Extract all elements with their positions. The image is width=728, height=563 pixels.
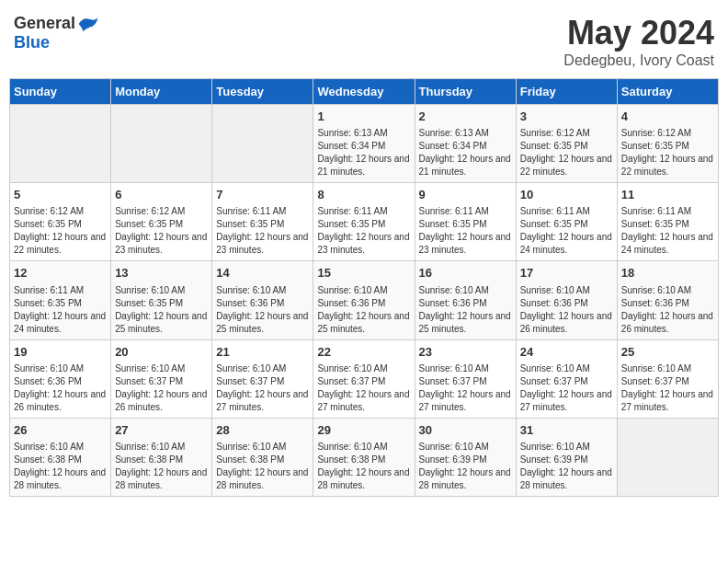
day-number: 4 (621, 109, 714, 125)
table-row: 3Sunrise: 6:12 AMSunset: 6:35 PMDaylight… (516, 105, 617, 183)
day-info: Sunrise: 6:10 AMSunset: 6:37 PMDaylight:… (621, 362, 714, 414)
table-row: 19Sunrise: 6:10 AMSunset: 6:36 PMDayligh… (10, 339, 111, 418)
header-sunday: Sunday (10, 79, 111, 105)
table-row: 9Sunrise: 6:11 AMSunset: 6:35 PMDaylight… (415, 183, 516, 261)
day-info: Sunrise: 6:10 AMSunset: 6:36 PMDaylight:… (216, 284, 309, 336)
table-row: 17Sunrise: 6:10 AMSunset: 6:36 PMDayligh… (516, 261, 617, 339)
table-row: 31Sunrise: 6:10 AMSunset: 6:39 PMDayligh… (516, 418, 617, 496)
day-number: 24 (520, 344, 613, 361)
day-number: 16 (419, 265, 512, 282)
logo-blue-text: Blue (14, 33, 50, 52)
day-number: 26 (14, 422, 107, 439)
day-info: Sunrise: 6:10 AMSunset: 6:36 PMDaylight:… (14, 362, 107, 414)
day-info: Sunrise: 6:10 AMSunset: 6:36 PMDaylight:… (520, 284, 613, 336)
calendar-week-2: 5Sunrise: 6:12 AMSunset: 6:35 PMDaylight… (10, 183, 719, 261)
table-row: 27Sunrise: 6:10 AMSunset: 6:38 PMDayligh… (111, 418, 212, 496)
calendar-week-5: 26Sunrise: 6:10 AMSunset: 6:38 PMDayligh… (10, 418, 719, 496)
day-number: 1 (317, 109, 410, 125)
day-info: Sunrise: 6:10 AMSunset: 6:36 PMDaylight:… (317, 284, 410, 336)
table-row: 28Sunrise: 6:10 AMSunset: 6:38 PMDayligh… (212, 418, 313, 496)
logo-general-text: General (14, 14, 75, 33)
day-info: Sunrise: 6:11 AMSunset: 6:35 PMDaylight:… (520, 205, 613, 257)
table-row: 2Sunrise: 6:13 AMSunset: 6:34 PMDaylight… (415, 105, 516, 183)
day-info: Sunrise: 6:11 AMSunset: 6:35 PMDaylight:… (14, 284, 107, 336)
day-number: 30 (419, 422, 512, 439)
table-row: 4Sunrise: 6:12 AMSunset: 6:35 PMDaylight… (617, 105, 718, 183)
day-info: Sunrise: 6:12 AMSunset: 6:35 PMDaylight:… (14, 205, 107, 257)
logo-bird-icon (77, 15, 99, 33)
header-wednesday: Wednesday (313, 79, 415, 105)
day-info: Sunrise: 6:10 AMSunset: 6:39 PMDaylight:… (520, 441, 613, 492)
table-row: 20Sunrise: 6:10 AMSunset: 6:37 PMDayligh… (111, 339, 212, 418)
day-info: Sunrise: 6:10 AMSunset: 6:37 PMDaylight:… (216, 362, 309, 414)
table-row: 6Sunrise: 6:12 AMSunset: 6:35 PMDaylight… (111, 183, 212, 261)
calendar-title: May 2024 (563, 14, 714, 52)
calendar-week-4: 19Sunrise: 6:10 AMSunset: 6:36 PMDayligh… (10, 339, 719, 418)
day-number: 2 (419, 109, 512, 125)
header-saturday: Saturday (617, 79, 718, 105)
day-info: Sunrise: 6:11 AMSunset: 6:35 PMDaylight:… (317, 205, 410, 257)
location-subtitle: Dedegbeu, Ivory Coast (563, 52, 714, 69)
table-row: 15Sunrise: 6:10 AMSunset: 6:36 PMDayligh… (313, 261, 415, 339)
day-info: Sunrise: 6:10 AMSunset: 6:37 PMDaylight:… (419, 362, 512, 414)
table-row: 16Sunrise: 6:10 AMSunset: 6:36 PMDayligh… (415, 261, 516, 339)
day-number: 28 (216, 422, 309, 439)
table-row: 1Sunrise: 6:13 AMSunset: 6:34 PMDaylight… (313, 105, 415, 183)
day-number: 22 (317, 344, 410, 361)
table-row: 24Sunrise: 6:10 AMSunset: 6:37 PMDayligh… (516, 339, 617, 418)
header-tuesday: Tuesday (212, 79, 313, 105)
day-number: 25 (621, 344, 714, 361)
table-row: 5Sunrise: 6:12 AMSunset: 6:35 PMDaylight… (10, 183, 111, 261)
day-info: Sunrise: 6:10 AMSunset: 6:37 PMDaylight:… (317, 362, 410, 414)
day-info: Sunrise: 6:12 AMSunset: 6:35 PMDaylight:… (115, 205, 208, 257)
day-number: 12 (14, 265, 107, 282)
day-info: Sunrise: 6:12 AMSunset: 6:35 PMDaylight:… (621, 127, 714, 178)
day-number: 7 (216, 187, 309, 203)
calendar-table: Sunday Monday Tuesday Wednesday Thursday… (9, 78, 719, 497)
day-info: Sunrise: 6:12 AMSunset: 6:35 PMDaylight:… (520, 127, 613, 178)
day-info: Sunrise: 6:11 AMSunset: 6:35 PMDaylight:… (419, 205, 512, 257)
day-info: Sunrise: 6:10 AMSunset: 6:37 PMDaylight:… (115, 362, 208, 414)
day-info: Sunrise: 6:13 AMSunset: 6:34 PMDaylight:… (419, 127, 512, 178)
day-number: 5 (14, 187, 107, 203)
table-row: 25Sunrise: 6:10 AMSunset: 6:37 PMDayligh… (617, 339, 718, 418)
day-info: Sunrise: 6:11 AMSunset: 6:35 PMDaylight:… (621, 205, 714, 257)
table-row: 30Sunrise: 6:10 AMSunset: 6:39 PMDayligh… (415, 418, 516, 496)
day-info: Sunrise: 6:10 AMSunset: 6:38 PMDaylight:… (216, 441, 309, 492)
table-row: 13Sunrise: 6:10 AMSunset: 6:35 PMDayligh… (111, 261, 212, 339)
day-number: 21 (216, 344, 309, 361)
day-info: Sunrise: 6:13 AMSunset: 6:34 PMDaylight:… (317, 127, 410, 178)
day-number: 10 (520, 187, 613, 203)
day-number: 23 (419, 344, 512, 361)
calendar-week-1: 1Sunrise: 6:13 AMSunset: 6:34 PMDaylight… (10, 105, 719, 183)
table-row: 22Sunrise: 6:10 AMSunset: 6:37 PMDayligh… (313, 339, 415, 418)
table-row: 18Sunrise: 6:10 AMSunset: 6:36 PMDayligh… (617, 261, 718, 339)
day-number: 31 (520, 422, 613, 439)
day-number: 3 (520, 109, 613, 125)
header-friday: Friday (516, 79, 617, 105)
day-number: 29 (317, 422, 410, 439)
table-row: 23Sunrise: 6:10 AMSunset: 6:37 PMDayligh… (415, 339, 516, 418)
day-number: 6 (115, 187, 208, 203)
page-header: General Blue May 2024 Dedegbeu, Ivory Co… (9, 9, 719, 69)
day-info: Sunrise: 6:10 AMSunset: 6:35 PMDaylight:… (115, 284, 208, 336)
weekday-header-row: Sunday Monday Tuesday Wednesday Thursday… (10, 79, 719, 105)
header-thursday: Thursday (415, 79, 516, 105)
day-number: 27 (115, 422, 208, 439)
calendar-week-3: 12Sunrise: 6:11 AMSunset: 6:35 PMDayligh… (10, 261, 719, 339)
logo: General Blue (14, 14, 99, 52)
table-row: 21Sunrise: 6:10 AMSunset: 6:37 PMDayligh… (212, 339, 313, 418)
table-row: 7Sunrise: 6:11 AMSunset: 6:35 PMDaylight… (212, 183, 313, 261)
table-row: 11Sunrise: 6:11 AMSunset: 6:35 PMDayligh… (617, 183, 718, 261)
table-row (111, 105, 212, 183)
header-monday: Monday (111, 79, 212, 105)
table-row (10, 105, 111, 183)
day-number: 18 (621, 265, 714, 282)
table-row: 29Sunrise: 6:10 AMSunset: 6:38 PMDayligh… (313, 418, 415, 496)
day-number: 9 (419, 187, 512, 203)
table-row (617, 418, 718, 496)
day-number: 14 (216, 265, 309, 282)
table-row: 10Sunrise: 6:11 AMSunset: 6:35 PMDayligh… (516, 183, 617, 261)
table-row: 8Sunrise: 6:11 AMSunset: 6:35 PMDaylight… (313, 183, 415, 261)
day-number: 13 (115, 265, 208, 282)
